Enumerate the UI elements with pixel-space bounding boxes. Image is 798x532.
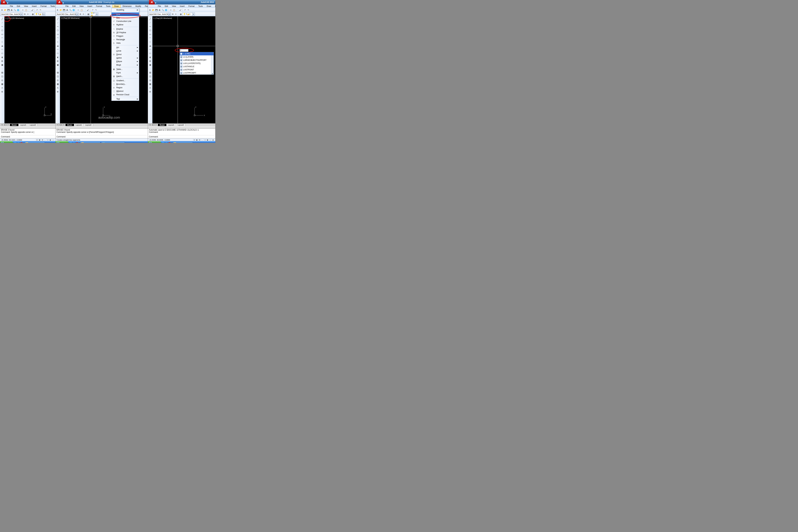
ie-icon[interactable] <box>165 142 168 143</box>
file-icon[interactable]: 🗎 <box>56 8 59 12</box>
status-toggles[interactable]: ⊕▦⊞∟⊙◧▭◐ <box>193 139 214 141</box>
menu-item-circle[interactable]: Circle▶ <box>112 49 139 53</box>
workspace-combo[interactable]: AutoCAD Clas...AutoCAD 200 <box>1 13 23 16</box>
menu-item-polyline[interactable]: ⤳Polyline <box>112 27 139 31</box>
layer-combo[interactable]: 💡☀🔓 <box>90 13 98 16</box>
undo-icon[interactable]: 🖌 <box>31 8 34 12</box>
pline-icon[interactable]: ⤳ <box>56 25 59 28</box>
paste-icon[interactable]: 📋 <box>173 8 175 12</box>
workspace-layer-toolbar[interactable]: AutoCAD Clas...AutoCAD 200 ⚙ ⛭ ▦ 💡☀🔓 0 <box>148 12 215 16</box>
menu-draw[interactable]: Draw <box>205 5 213 8</box>
desktop-icon[interactable] <box>162 142 165 143</box>
tab-layout1[interactable]: Layout1 <box>18 124 28 126</box>
viewport-label[interactable]: [–] [Top] [2D Wireframe] <box>61 17 79 19</box>
ellipse-arc-icon[interactable]: ◖ <box>149 56 152 59</box>
draw-menu-dropdown[interactable]: Modeling▶╱Line↗Ray↗Construction Line≋Mul… <box>111 8 139 101</box>
menubar[interactable]: FileEditViewInsertFormatToolsDrawDimensi… <box>56 4 148 8</box>
circle-icon[interactable]: ○ <box>149 40 152 43</box>
addsel-icon[interactable]: ⊕ <box>1 90 4 93</box>
av-icon[interactable] <box>76 142 78 143</box>
draw-toolbar[interactable]: ╱⟋⤳⬠▭◠○☁〰⬭◖⊞▣·▨◫◎▦A⊕ <box>0 16 4 124</box>
command-window[interactable]: ERASE 3 found Command: Specify opposite … <box>56 128 148 138</box>
tab-prev-icon[interactable]: ◀ <box>151 124 153 126</box>
make-icon[interactable]: ▣ <box>1 63 4 66</box>
tab-model[interactable]: Model <box>10 124 19 126</box>
viewport-label[interactable]: [–] [Top] [2D Wireframe] <box>153 17 172 19</box>
table-icon[interactable]: ▦ <box>1 82 4 86</box>
arc-icon[interactable]: ◠ <box>149 36 152 40</box>
menu-item-wipeout[interactable]: ⬚Wipeout <box>112 89 139 93</box>
tool-icon[interactable]: ↶ <box>36 8 39 12</box>
qat-dropdown-icon[interactable]: ▾ <box>7 1 8 3</box>
autocomplete-item[interactable]: ▤LARGEOBJECTSUPPORT <box>180 59 213 62</box>
region-icon[interactable]: ◎ <box>56 78 59 82</box>
workspace-settings-icon[interactable]: ⛭ <box>26 13 30 16</box>
command-window[interactable]: ERASE 3 found Command: Specify opposite … <box>0 128 55 138</box>
menu-item-text[interactable]: Text▶ <box>112 97 139 101</box>
tab-first-icon[interactable]: ⏮ <box>1 124 3 126</box>
menu-edit[interactable]: Edit <box>70 5 78 8</box>
tab-layout2[interactable]: Layout2 <box>83 124 93 126</box>
menu-item-donut[interactable]: ◎Donut <box>112 53 139 56</box>
menu-edit[interactable]: Edit <box>163 5 170 8</box>
menu-item-rectangle[interactable]: ▭Rectangle <box>112 38 139 41</box>
ie-icon[interactable] <box>17 142 20 143</box>
save-icon[interactable]: 💾 <box>62 8 65 12</box>
paste-icon[interactable]: 📋 <box>24 8 27 12</box>
menu-item-line[interactable]: ╱Line <box>112 13 139 16</box>
menu-tools[interactable]: Tools <box>196 5 205 8</box>
mtext-icon[interactable]: A <box>1 86 4 89</box>
menu-file[interactable]: File <box>63 5 70 8</box>
open-icon[interactable]: 📂 <box>152 8 155 12</box>
ie-icon[interactable] <box>73 142 75 143</box>
tab-last-icon[interactable]: ⏭ <box>63 124 65 126</box>
menu-item-spline[interactable]: Spline▶ <box>112 56 139 60</box>
taskbar-item[interactable]: DOCUMENTS (D:) <box>24 142 45 143</box>
layer-prop-icon[interactable]: ▦ <box>31 13 34 16</box>
save-icon[interactable]: 💾 <box>7 8 10 12</box>
xline-icon[interactable]: ⟋ <box>1 21 4 24</box>
polygon-icon[interactable]: ⬠ <box>149 29 152 32</box>
autocomplete-item[interactable]: ▤LA (LAYER) <box>180 55 213 59</box>
print-icon[interactable]: 🖶 <box>10 8 13 12</box>
viewport-label[interactable]: [–] [Top] [2D Wireframe] <box>5 17 24 19</box>
autocomplete-item[interactable]: ▤LASTPOINT <box>180 68 213 71</box>
tool-icon[interactable]: ↶ <box>184 8 187 12</box>
match-icon[interactable]: 📄 <box>28 8 31 12</box>
menu-item-ellipse[interactable]: Ellipse▶ <box>112 60 139 63</box>
cmd-prompt[interactable]: Command: <box>1 136 11 138</box>
insert-icon[interactable]: ⊞ <box>56 59 59 62</box>
qat-dropdown-icon[interactable]: ▾ <box>155 1 156 3</box>
tab-last-icon[interactable]: ⏭ <box>7 124 9 126</box>
tab-first-icon[interactable]: ⏮ <box>57 124 59 126</box>
mtext-icon[interactable]: A <box>56 86 59 89</box>
model-layout-tabs[interactable]: ⏮◀▶⏭ Model Layout1 Layout2 <box>0 124 55 126</box>
layer-combo[interactable]: 💡☀🔓 0 <box>35 13 45 16</box>
menu-item-arc[interactable]: Arc▶ <box>112 46 139 49</box>
menu-item-3d-polyline[interactable]: ⧉3D Polyline <box>112 31 139 34</box>
gradient-icon[interactable]: ◫ <box>149 75 152 78</box>
print-icon[interactable]: 🖶 <box>66 8 69 12</box>
xline-icon[interactable]: ⟋ <box>56 21 59 24</box>
publish-icon[interactable]: 🌐 <box>72 8 75 12</box>
pline-icon[interactable]: ⤳ <box>1 25 4 28</box>
file-icon[interactable]: 🗎 <box>1 8 3 12</box>
hscroll[interactable] <box>56 126 148 128</box>
gear-icon[interactable]: ⚙ <box>23 13 26 16</box>
menu-item-gradient-[interactable]: ◫Gradient... <box>112 79 139 82</box>
gradient-icon[interactable]: ◫ <box>1 75 4 78</box>
av-icon[interactable] <box>168 142 171 143</box>
menu-item-table-[interactable]: ▦Table... <box>112 68 139 71</box>
tool-icon[interactable]: ↷ <box>94 8 97 12</box>
insert-icon[interactable]: ⊞ <box>1 59 4 62</box>
hatch-icon[interactable]: ▨ <box>56 71 59 74</box>
point-icon[interactable]: · <box>56 67 59 70</box>
publish-icon[interactable]: 🌐 <box>165 8 167 12</box>
make-icon[interactable]: ▣ <box>149 63 152 66</box>
app-icon[interactable]: A <box>149 0 155 4</box>
gradient-icon[interactable]: ◫ <box>56 75 59 78</box>
menu-item-hatch-[interactable]: ▨Hatch... <box>112 75 139 78</box>
menu-item-helix[interactable]: §Helix <box>112 41 139 45</box>
hatch-icon[interactable]: ▨ <box>1 71 4 74</box>
menu-item-ray[interactable]: ↗Ray <box>112 16 139 19</box>
